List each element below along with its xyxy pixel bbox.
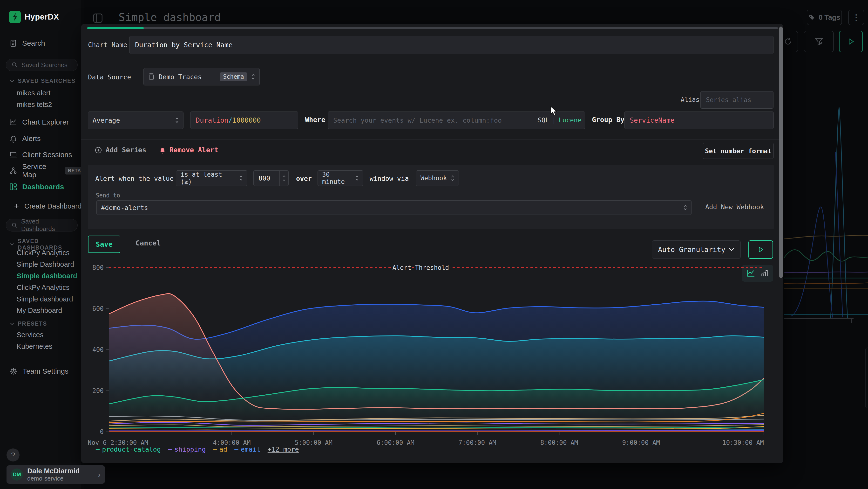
avatar: DM	[11, 468, 23, 481]
mouse-cursor	[549, 106, 559, 116]
saved-dashboard-item[interactable]: ClickPy Analytics	[0, 282, 84, 293]
chart-name-input[interactable]	[129, 36, 774, 54]
number-stepper[interactable]	[279, 171, 288, 185]
chevron-up-down-icon	[175, 117, 179, 124]
schema-badge[interactable]: Schema	[220, 73, 247, 81]
remove-alert-button[interactable]: Remove Alert	[159, 146, 218, 154]
progress-bar	[87, 27, 778, 29]
legend-item[interactable]: shipping	[168, 445, 206, 453]
divider	[88, 99, 650, 99]
chevron-up-icon	[282, 175, 286, 177]
legend-item[interactable]: ad	[213, 445, 227, 453]
chevron-up-down-icon	[684, 204, 687, 211]
alias-input[interactable]	[701, 91, 774, 109]
chevron-up-down-icon	[240, 175, 243, 181]
alert-channel-select[interactable]: Webhook	[416, 170, 459, 186]
save-button[interactable]: Save	[88, 236, 120, 253]
aggregation-value: Average	[93, 117, 171, 124]
alert-threshold-input[interactable]: 800	[253, 170, 289, 186]
group-by-input[interactable]: ServiceName	[624, 112, 774, 129]
group-by-label: Group By	[592, 116, 624, 124]
help-button[interactable]: ?	[6, 449, 20, 461]
saved-dashboard-item[interactable]: Simple Dashboard	[0, 259, 84, 270]
divider	[0, 198, 84, 198]
data-source-select[interactable]: Demo Traces Schema	[144, 68, 260, 85]
create-dashboard-button[interactable]: Create Dashboard	[0, 199, 84, 213]
legend-item[interactable]: email	[235, 445, 260, 453]
send-to-label: Send to	[96, 192, 120, 199]
modal-scrollbar[interactable]	[779, 27, 783, 278]
add-new-webhook-button[interactable]: Add New Webhook	[705, 203, 764, 211]
chevron-up-down-icon	[355, 175, 359, 181]
send-to-select[interactable]: #demo-alerts	[96, 200, 691, 215]
user-name: Dale McDiarmid	[27, 467, 80, 475]
field-expression-input[interactable]: Duration/1000000	[190, 112, 298, 129]
data-source-label: Data Source	[88, 74, 131, 81]
saved-searches-section[interactable]: SAVED SEARCHES	[10, 78, 76, 84]
user-menu[interactable]: DM Dale McDiarmid demo-service - ›	[6, 465, 105, 484]
svg-text:9:00:00 AM: 9:00:00 AM	[622, 439, 660, 446]
svg-text:200: 200	[92, 387, 104, 394]
chevron-down-icon	[282, 179, 286, 181]
svg-text:6:00:00 AM: 6:00:00 AM	[377, 439, 414, 446]
search-icon	[11, 62, 18, 68]
bell-icon	[159, 146, 166, 154]
operator-token: /	[228, 116, 232, 124]
chart-name-label: Chart Name	[88, 41, 127, 49]
number-token: 1000000	[232, 116, 261, 124]
legend-swatch-icon	[213, 445, 217, 453]
granularity-select[interactable]: Auto Granularity	[652, 240, 741, 259]
sidebar-item-chart-explorer[interactable]: Chart Explorer	[0, 115, 84, 129]
lucene-toggle-option[interactable]: Lucene	[559, 117, 581, 124]
brand[interactable]: HyperDX	[9, 10, 59, 23]
saved-dashboard-item[interactable]: Simple dashboard	[0, 293, 84, 305]
chevron-down-icon	[10, 322, 14, 325]
sidebar-item-team-settings[interactable]: Team Settings	[0, 365, 84, 378]
saved-dashboard-item[interactable]: My Dashboard	[0, 305, 84, 316]
legend-item[interactable]: product-catalog	[96, 445, 161, 453]
set-number-format-button[interactable]: Set number format	[703, 143, 774, 159]
legend-more-button[interactable]: +12 more	[268, 445, 299, 453]
alias-label: Alias	[681, 96, 700, 103]
sidebar-item-dashboards[interactable]: Dashboards	[0, 180, 84, 194]
aggregation-select[interactable]: Average	[88, 112, 184, 129]
chevron-right-icon: ›	[98, 470, 100, 479]
field-token: Duration	[196, 116, 228, 124]
text-caret	[271, 174, 271, 182]
sidebar-item-client-sessions[interactable]: Client Sessions	[0, 148, 84, 162]
svg-text:5:00:00 AM: 5:00:00 AM	[294, 439, 333, 446]
legend-swatch-icon	[235, 445, 238, 453]
svg-text:8:00:00 AM: 8:00:00 AM	[540, 439, 578, 446]
svg-text:Alert Threshold: Alert Threshold	[392, 264, 449, 271]
preset-item[interactable]: Kubernetes	[0, 341, 84, 352]
sql-toggle-option[interactable]: SQL	[538, 117, 549, 124]
sidebar-item-alerts[interactable]: Alerts	[0, 132, 84, 145]
saved-dashboard-item[interactable]: ClickPy Analytics	[0, 247, 84, 259]
alert-window-select[interactable]: 30 minute	[317, 170, 363, 186]
alert-condition-select[interactable]: is at least (≥)	[176, 170, 247, 186]
preset-item[interactable]: Services	[0, 329, 84, 341]
user-subtitle: demo-service -	[27, 475, 80, 482]
preview-run-button[interactable]	[748, 240, 773, 259]
brand-name: HyperDX	[25, 12, 59, 22]
sidebar-item-service-map[interactable]: Service Map BETA	[0, 164, 84, 177]
service-map-icon	[9, 167, 18, 175]
timeseries-chart[interactable]: Alert Threshold0200400600800Nov 6 2:30:0…	[109, 268, 764, 432]
sidebar-item-search[interactable]: Search	[0, 36, 84, 50]
chevron-down-icon	[10, 243, 14, 246]
gear-icon	[9, 367, 18, 376]
sidebar: HyperDX Search Saved Searches SAVED SEAR…	[0, 0, 84, 489]
chart-legend: product-catalogshippingademail +12 more	[96, 445, 299, 453]
saved-searches-input[interactable]: Saved Searches	[6, 59, 78, 71]
saved-searches-placeholder: Saved Searches	[22, 61, 67, 69]
database-icon	[148, 73, 155, 80]
presets-section[interactable]: PRESETS	[10, 320, 47, 327]
saved-dashboard-item[interactable]: Simple dashboard	[0, 270, 84, 282]
saved-search-item[interactable]: mikes alert	[0, 87, 84, 99]
bell-icon	[9, 135, 18, 143]
saved-search-item[interactable]: mikes tets2	[0, 99, 84, 111]
cancel-button[interactable]: Cancel	[135, 239, 161, 247]
saved-dashboards-input[interactable]: Saved Dashboards	[6, 219, 78, 231]
group-by-value: ServiceName	[630, 116, 674, 124]
add-series-button[interactable]: Add Series	[94, 146, 146, 154]
